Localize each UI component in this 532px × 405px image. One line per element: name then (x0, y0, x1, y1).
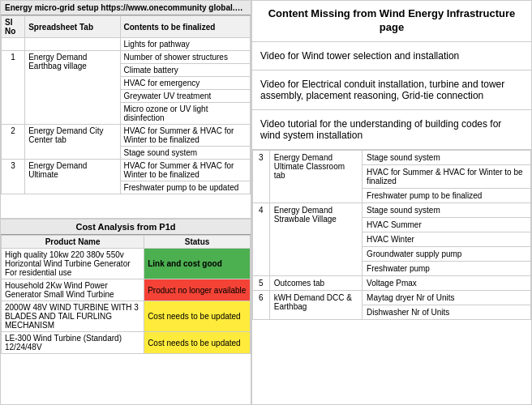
cm-row-num: 5 (253, 275, 270, 290)
solar-header: Energy micro-grid setup https://www.onec… (1, 1, 251, 15)
cm-row-tab: kWH Demand DCC & Earthbag (269, 290, 362, 319)
solar-row-item: Lights for pathway (120, 38, 250, 51)
cm-row-item: HVAC for Summer & HVAC for Winter to be … (363, 164, 531, 188)
solar-row-item: Freshwater pump to be updated (120, 181, 250, 194)
cm-row-num: 4 (253, 202, 270, 275)
cost-analysis-panel: Cost Analysis from P1d Product Name Stat… (0, 219, 251, 405)
solar-row-num (2, 38, 25, 51)
content-missing-table: 3Energy Demand Ultimate Classroom tabSta… (252, 150, 531, 320)
cm-row-item: Groundwater supply pump (363, 246, 531, 261)
solar-row-tab: Energy Demand Earthbag village (25, 51, 120, 125)
content-missing-panel: Content Missing from Wind Energy Infrast… (251, 0, 532, 405)
cm-row-item: Stage sound system (363, 202, 531, 217)
solar-row-tab: Energy Demand Ultimate (25, 160, 120, 194)
solar-col-contents: Contents to be finalized (120, 16, 250, 38)
solar-col-tab: Spreadsheet Tab (25, 16, 120, 38)
video-item: Video for Electrical conduit installatio… (252, 70, 531, 110)
solar-row-item: HVAC for Summer & HVAC for Winter to be … (120, 160, 250, 181)
videos-section: Video for Wind tower selection and insta… (252, 42, 531, 150)
cost-product-name: High quality 10kw 220 380v 550v Horizont… (2, 249, 144, 279)
cost-table-row: Household 2Kw Wind Power Generator Small… (2, 279, 251, 301)
solar-table: Sl No Spreadsheet Tab Contents to be fin… (1, 15, 251, 194)
solar-row-item: HVAC for emergency (120, 77, 250, 90)
cm-row-tab: Energy Demand Strawbale Village (269, 202, 362, 275)
cm-row-item: Voltage Pmax (363, 275, 531, 290)
cost-table-row: High quality 10kw 220 380v 550v Horizont… (2, 249, 251, 279)
cm-row-num: 3 (253, 150, 270, 202)
solar-row-item: Stage sound system (120, 147, 250, 160)
cost-header: Cost Analysis from P1d (1, 220, 251, 235)
cost-col-status: Status (144, 236, 251, 249)
cm-row-item: HVAC Winter (363, 232, 531, 246)
cost-table-row: 2000W 48V WIND TURBINE WITH 3 BLADES AND… (2, 301, 251, 332)
cost-status: Cost needs to be updated (144, 301, 251, 332)
solar-row-item: Number of shower structures (120, 51, 250, 64)
cost-status: Product no longer available (144, 279, 251, 301)
cm-row-item: Maytag dryer Nr of Units (363, 290, 531, 305)
cm-row-tab: Outcomes tab (269, 275, 362, 290)
solar-row-num: 2 (2, 125, 25, 160)
cost-product-name: LE-300 Wind Turbine (Standard) 12/24/48V (2, 332, 144, 354)
video-item: Video tutorial for the understanding of … (252, 110, 531, 150)
cm-row-num: 6 (253, 290, 270, 319)
cost-table: Product Name Status High quality 10kw 22… (1, 235, 251, 354)
cm-row-item: Freshwater pump to be finalized (363, 188, 531, 202)
cost-table-row: LE-300 Wind Turbine (Standard) 12/24/48V… (2, 332, 251, 354)
solar-row-num: 1 (2, 51, 25, 125)
cm-row-item: Stage sound system (363, 150, 531, 164)
solar-row-item: HVAC for Summer & HVAC for Winter to be … (120, 125, 250, 147)
cm-row-item: Freshwater pump (363, 261, 531, 275)
cost-product-name: Household 2Kw Wind Power Generator Small… (2, 279, 144, 301)
solar-row-item: Micro ozone or UV light disinfection (120, 103, 250, 125)
cost-col-product: Product Name (2, 236, 144, 249)
cost-status: Cost needs to be updated (144, 332, 251, 354)
solar-row-tab (25, 38, 120, 51)
content-missing-header: Content Missing from Wind Energy Infrast… (252, 1, 531, 42)
solar-row-num: 3 (2, 160, 25, 194)
solar-row-item: Climate battery (120, 64, 250, 77)
solar-deficiencies-panel: Energy micro-grid setup https://www.onec… (0, 0, 251, 219)
solar-col-num: Sl No (2, 16, 25, 38)
solar-row-tab: Energy Demand City Center tab (25, 125, 120, 160)
cm-row-item: HVAC Summer (363, 217, 531, 232)
cost-status: Link and cost good (144, 249, 251, 279)
solar-row-item: Greywater UV treatment (120, 90, 250, 103)
cm-row-item: Dishwasher Nr of Units (363, 305, 531, 319)
video-item: Video for Wind tower selection and insta… (252, 42, 531, 70)
cm-row-tab: Energy Demand Ultimate Classroom tab (269, 150, 362, 202)
cost-product-name: 2000W 48V WIND TURBINE WITH 3 BLADES AND… (2, 301, 144, 332)
